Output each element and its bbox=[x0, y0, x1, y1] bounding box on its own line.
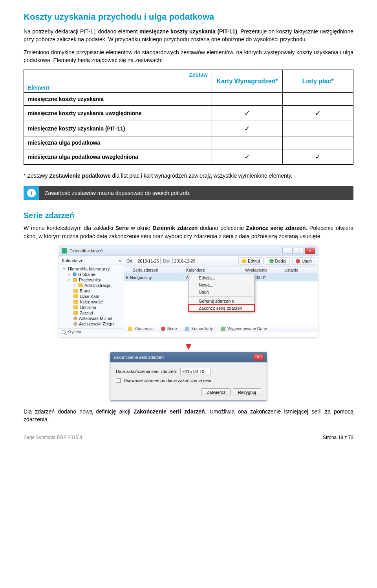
col-wystapienie[interactable]: Wystąpienie bbox=[242, 266, 281, 274]
tab-zdarzenia[interactable]: Zdarzenia bbox=[124, 325, 157, 332]
tree-administracja[interactable]: ▿Administracja bbox=[61, 283, 122, 288]
matrix-table: Zestaw Element Karty Wynagrodzeń* Listy … bbox=[24, 70, 353, 165]
folder-icon bbox=[73, 278, 77, 282]
p3-b1: Serie bbox=[115, 225, 129, 231]
do-label: Do: bbox=[163, 259, 170, 263]
titlebar[interactable]: Dziennik zdarzeń — □ ✕ bbox=[59, 246, 318, 256]
column-headers: Seria zdarzeń Kalendarz Wystąpienie Usta… bbox=[124, 266, 318, 274]
tree-pracownicy[interactable]: ▿Pracownicy bbox=[61, 277, 122, 283]
plus-icon bbox=[269, 259, 274, 263]
dialog-cancel-button[interactable]: Rezygnuj bbox=[233, 388, 261, 396]
row-3-c1 bbox=[212, 136, 283, 149]
corner-top: Zestaw bbox=[189, 72, 208, 78]
tree-root-label: Hierarchia kalendarzy bbox=[68, 266, 110, 271]
info-icon-wrap: i bbox=[24, 186, 39, 200]
tree-arciszewski[interactable]: Arciszewski Zbigni bbox=[61, 321, 122, 327]
folder-icon bbox=[73, 311, 78, 315]
cell-ustanie bbox=[281, 274, 318, 281]
minus-icon bbox=[296, 259, 300, 263]
row-1-c2: ✓ bbox=[283, 106, 353, 121]
col-seria[interactable]: Seria zdarzeń bbox=[124, 266, 183, 274]
sidebar: Kalendarze ✕ ▿ Hierarchia kalendarzy ▷Gl… bbox=[59, 256, 124, 337]
paragraph-1: Na potrzeby deklaracji PIT-11 dodano ele… bbox=[24, 28, 353, 44]
tab-serie-label: Serie bbox=[167, 326, 177, 331]
tree-item-label: Administracja bbox=[84, 283, 110, 288]
main-pane: Od: 2013-11-25 Do: 2016-12-29 Edytuj Dod… bbox=[124, 256, 318, 337]
heading-koszty: Koszty uzyskania przychodu i ulga podatk… bbox=[24, 12, 353, 22]
info-icon: i bbox=[27, 189, 36, 197]
menu-edycja[interactable]: Edycja... bbox=[188, 274, 254, 281]
corner-bottom: Element bbox=[28, 85, 49, 91]
row-4-c2: ✓ bbox=[283, 149, 353, 165]
folder-icon bbox=[73, 294, 78, 298]
tree-item-label: Globalne bbox=[78, 272, 95, 277]
p1-text-a: Na potrzeby deklaracji PIT-11 dodano ele… bbox=[24, 28, 139, 35]
tab-serie[interactable]: Serie bbox=[157, 325, 181, 332]
edit-button[interactable]: Edytuj bbox=[238, 257, 264, 265]
row-4-c1: ✓ bbox=[212, 149, 283, 165]
tree-antkowiak[interactable]: Antkowiak Michał bbox=[61, 316, 122, 321]
globe-icon bbox=[73, 272, 77, 276]
sidebar-footer-kryteria[interactable]: Kryteria bbox=[59, 328, 124, 335]
edit-label: Edytuj bbox=[248, 259, 260, 263]
dialog-titlebar[interactable]: Zakończenie serii zdarzeń ✕ bbox=[110, 352, 267, 362]
date-od-input[interactable]: 2013-11-25 bbox=[136, 258, 161, 264]
tree-ksiegowosc[interactable]: Księgowość bbox=[61, 299, 122, 305]
info-box: i Zawartość zestawów można dopasować do … bbox=[24, 186, 353, 200]
paragraph-4: Dla zdarzeń dodano nową definicję akcji … bbox=[24, 408, 353, 424]
dialog-date-input[interactable]: 2015-03-10 bbox=[180, 368, 211, 375]
menu-generuj[interactable]: Generuj zdarzenie bbox=[188, 298, 254, 305]
menu-separator bbox=[190, 296, 253, 297]
tree-globalne[interactable]: ▷Globalne bbox=[61, 272, 122, 277]
add-label: Dodaj bbox=[275, 259, 287, 263]
tab-komunikaty[interactable]: Komunikaty bbox=[181, 325, 217, 332]
footer-right: Strona 19 z 73 bbox=[323, 435, 353, 440]
toolbar: Od: 2013-11-25 Do: 2016-12-29 Edytuj Dod… bbox=[124, 256, 318, 266]
tree-dzial-kadr[interactable]: Dział Kadr bbox=[61, 294, 122, 299]
col-listy: Listy płac* bbox=[283, 70, 353, 93]
row-2-c1: ✓ bbox=[212, 121, 283, 136]
col-kalendarz[interactable]: Kalendarz bbox=[183, 266, 242, 274]
menu-usun[interactable]: Usuń bbox=[188, 288, 254, 296]
paragraph-2: Zmieniono domyślne przypisanie elementów… bbox=[24, 48, 353, 64]
tree-biuro[interactable]: Biuro bbox=[61, 288, 122, 294]
caret-icon: ▿ bbox=[73, 283, 77, 287]
row-1-c1: ✓ bbox=[212, 106, 283, 121]
person-icon bbox=[73, 322, 77, 326]
add-button[interactable]: Dodaj bbox=[266, 257, 290, 265]
sidebar-close-icon[interactable]: ✕ bbox=[118, 259, 121, 263]
dialog-checkbox[interactable] bbox=[116, 378, 121, 383]
maximize-button[interactable]: □ bbox=[294, 248, 304, 254]
sidebar-tab[interactable]: Kalendarze ✕ bbox=[59, 257, 124, 265]
search-icon bbox=[62, 330, 66, 334]
menu-zakoncz[interactable]: Zakończ serię zdarzeń bbox=[188, 305, 254, 312]
minimize-button[interactable]: — bbox=[282, 248, 293, 254]
caret-icon: ▿ bbox=[68, 278, 71, 282]
row-2-c2 bbox=[283, 121, 353, 136]
info-text: Zawartość zestawów można dopasować do sw… bbox=[39, 186, 353, 200]
dialog-title: Zakończenie serii zdarzeń bbox=[113, 355, 252, 360]
tree-root[interactable]: ▿ Hierarchia kalendarzy bbox=[61, 266, 122, 272]
tab-komunikaty-label: Komunikaty bbox=[191, 326, 213, 331]
dialog-close-button[interactable]: ✕ bbox=[253, 354, 264, 360]
tree-item-label: Arciszewski Zbigni bbox=[79, 322, 114, 326]
p3-b: w oknie bbox=[129, 225, 152, 231]
dialog-ok-button[interactable]: Zatwierdź bbox=[201, 388, 231, 396]
p3-a: W menu kontekstowym dla zakładki bbox=[24, 225, 115, 231]
remove-button[interactable]: Usuń bbox=[292, 257, 315, 265]
heading-serie: Serie zdarzeń bbox=[24, 211, 353, 220]
data-row-selected[interactable]: Nadgodziny Antkowiak Michał 2015-03-01 E… bbox=[124, 274, 318, 281]
pencil-icon bbox=[242, 259, 246, 263]
tab-wygenerowane[interactable]: Wygenerowane Dane bbox=[217, 325, 271, 332]
tree-ochrona[interactable]: Ochrona bbox=[61, 305, 122, 310]
tree-zarzad[interactable]: Zarząd bbox=[61, 310, 122, 316]
date-do-input[interactable]: 2016-12-29 bbox=[172, 258, 198, 264]
footer-left: Sage Symfonia ERP 2015.d bbox=[24, 435, 82, 440]
context-menu: Edycja... Nowa... Usuń Generuj zdarzenie… bbox=[188, 274, 255, 312]
menu-nowa[interactable]: Nowa... bbox=[188, 281, 254, 288]
caret-icon: ▿ bbox=[63, 267, 66, 271]
close-button[interactable]: ✕ bbox=[305, 248, 315, 254]
note-bold: Zestawienie podatkowe bbox=[49, 173, 110, 179]
col-ustanie[interactable]: Ustanie bbox=[281, 266, 318, 274]
person-icon bbox=[73, 316, 77, 320]
